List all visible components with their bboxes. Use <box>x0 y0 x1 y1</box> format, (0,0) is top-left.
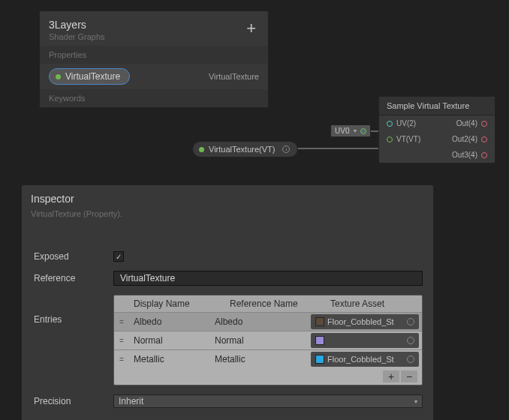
port-out1-label: Out(4) <box>456 119 477 128</box>
entry-row-0[interactable]: = Albedo Albedo Floor_Cobbled_St <box>114 312 422 331</box>
node-vt-label: VirtualTexture(VT) <box>209 145 275 154</box>
keywords-section-label: Keywords <box>40 89 268 107</box>
texture-asset-name: Floor_Cobbled_St <box>327 317 404 326</box>
drag-handle-icon[interactable]: = <box>114 315 129 329</box>
texture-asset-field[interactable] <box>311 333 419 348</box>
port-in-uv[interactable] <box>387 121 393 127</box>
col-display-name: Display Name <box>129 296 225 312</box>
texture-asset-name: Floor_Cobbled_St <box>327 355 404 364</box>
reference-input[interactable] <box>113 271 423 286</box>
property-pill-virtualtexture[interactable]: VirtualTexture <box>49 68 130 85</box>
inspector-panel: Inspector VirtualTexture (Property). Exp… <box>21 184 434 420</box>
entry-row-2[interactable]: = Metallic Metallic Floor_Cobbled_St <box>114 350 422 368</box>
dropdown-arrow-icon: ▼ <box>352 128 357 134</box>
reference-label: Reference <box>34 273 113 284</box>
port-in-vt-label: VT(VT) <box>396 135 420 143</box>
entry-reference: Metallic <box>210 351 311 368</box>
dropdown-arrow-icon: ▾ <box>414 398 417 405</box>
uv-output-port[interactable] <box>360 128 366 134</box>
port-out3[interactable] <box>481 152 487 158</box>
uv-channel-value: UV0 <box>335 127 349 135</box>
object-picker-icon[interactable] <box>407 337 414 344</box>
col-texture-asset: Texture Asset <box>326 296 422 312</box>
blackboard-title: 3Layers <box>49 19 243 31</box>
entry-reference: Normal <box>210 332 311 349</box>
property-name: VirtualTexture <box>65 71 120 82</box>
precision-value: Inherit <box>119 396 143 406</box>
exposed-label: Exposed <box>34 251 113 262</box>
object-picker-icon[interactable] <box>407 356 414 363</box>
sample-node-title: Sample Virtual Texture <box>379 97 495 116</box>
port-in-uv-label: UV(2) <box>396 119 416 128</box>
port-out2-label: Out2(4) <box>452 135 477 143</box>
blackboard-subtitle: Shader Graphs <box>49 32 243 41</box>
exposed-checkbox[interactable]: ✓ <box>113 251 124 262</box>
node-color-dot <box>199 147 204 152</box>
texture-swatch <box>315 355 324 364</box>
drag-handle-icon[interactable]: = <box>114 352 129 367</box>
entry-display: Albedo <box>129 314 210 330</box>
entry-reference: Albedo <box>210 314 311 330</box>
inspector-title: Inspector <box>31 193 424 205</box>
port-in-vt[interactable] <box>387 136 393 142</box>
uv-channel-dropdown[interactable]: UV0 ▼ <box>330 124 371 137</box>
node-virtualtexture[interactable]: VirtualTexture(VT) › <box>192 141 298 158</box>
entry-display: Metallic <box>129 351 210 368</box>
port-out2[interactable] <box>481 136 487 142</box>
node-expand-icon[interactable]: › <box>282 146 290 153</box>
port-out1[interactable] <box>481 121 487 127</box>
entries-remove-button[interactable]: − <box>401 370 417 382</box>
precision-label: Precision <box>34 396 113 406</box>
drag-handle-icon[interactable]: = <box>114 334 129 348</box>
texture-asset-field[interactable]: Floor_Cobbled_St <box>311 314 419 329</box>
object-picker-icon[interactable] <box>407 318 414 326</box>
col-reference-name: Reference Name <box>225 296 326 312</box>
entry-row-1[interactable]: = Normal Normal <box>114 331 422 350</box>
property-color-dot <box>56 74 61 80</box>
node-sample-virtual-texture[interactable]: Sample Virtual Texture UV(2) Out(4) VT(V… <box>378 96 495 164</box>
entries-add-button[interactable]: + <box>383 370 399 382</box>
precision-dropdown[interactable]: Inherit ▾ <box>113 394 423 408</box>
blackboard-panel: 3Layers Shader Graphs + Properties Virtu… <box>39 10 269 108</box>
entry-display: Normal <box>129 332 210 349</box>
property-type-label: VirtualTexture <box>209 72 259 81</box>
properties-section-label: Properties <box>40 46 268 64</box>
entries-label: Entries <box>34 295 113 325</box>
inspector-subtitle: VirtualTexture (Property). <box>31 209 424 218</box>
blackboard-add-button[interactable]: + <box>243 19 259 38</box>
texture-swatch <box>315 317 324 326</box>
texture-swatch <box>315 336 324 345</box>
port-out3-label: Out3(4) <box>452 151 477 159</box>
entries-table: Display Name Reference Name Texture Asse… <box>113 295 423 386</box>
texture-asset-field[interactable]: Floor_Cobbled_St <box>311 352 419 367</box>
